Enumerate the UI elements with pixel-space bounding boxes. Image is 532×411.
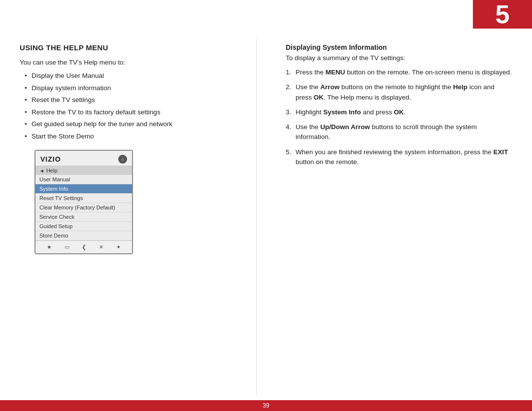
step-5: 5. When you are finished reviewing the s…	[286, 147, 512, 168]
step-5-num: 5.	[286, 147, 291, 157]
step-3-bold-sysinfo: System Info	[323, 108, 361, 116]
remote-square-btn: ▭	[65, 244, 69, 250]
tv-header: VIZIO ⌂	[35, 151, 132, 166]
page-number: 39	[263, 402, 269, 409]
chapter-number: 5	[496, 1, 510, 27]
steps-list: 1. Press the MENU button on the remote. …	[286, 68, 512, 167]
menu-item-system-info: System Info	[35, 184, 132, 194]
menu-item-user-manual: User Manual	[35, 175, 132, 184]
vizio-logo: VIZIO	[40, 155, 61, 163]
list-item: Display the User Manual	[25, 71, 251, 81]
home-symbol: ⌂	[121, 157, 124, 162]
list-item: Reset the TV settings	[25, 95, 251, 105]
main-content: USING THE HELP MENU You can use the TV's…	[0, 29, 532, 400]
step-1-num: 1.	[286, 68, 291, 77]
step-4-num: 4.	[286, 122, 291, 132]
footer-bar: 39	[0, 400, 532, 411]
remote-gear-btn: ✦	[116, 244, 121, 250]
list-item: Restore the TV to its factory default se…	[25, 107, 251, 117]
step-2-bold-arrow: Arrow	[320, 83, 339, 91]
list-item: Start the Store Demo	[25, 132, 251, 141]
step-2-text: Use the Arrow buttons on the remote to h…	[296, 83, 495, 101]
menu-header-row: ◄ Help	[35, 166, 132, 175]
step-2-bold-help: Help	[453, 83, 467, 91]
tv-mockup: VIZIO ⌂ ◄ Help User Manual System Info R…	[34, 150, 133, 254]
menu-item-clear-memory: Clear Memory (Factory Default)	[35, 203, 132, 212]
step-1: 1. Press the MENU button on the remote. …	[286, 68, 512, 77]
menu-header-label: Help	[46, 168, 58, 173]
step-2-num: 2.	[286, 82, 291, 92]
remote-star-btn: ★	[47, 244, 52, 250]
step-5-bold-exit: EXIT	[493, 148, 508, 156]
sub-intro: To display a summary of the TV settings:	[286, 54, 512, 62]
remote-bar: ★ ▭ ❮ ✕ ✦	[35, 240, 132, 253]
step-2: 2. Use the Arrow buttons on the remote t…	[286, 82, 512, 103]
home-icon: ⌂	[118, 155, 127, 164]
section-heading: USING THE HELP MENU	[20, 43, 251, 52]
remote-arrow-btn: ❮	[82, 244, 86, 250]
step-5-text: When you are finished reviewing the syst…	[296, 148, 508, 166]
menu-item-service-check: Service Check	[35, 212, 132, 222]
step-4: 4. Use the Up/Down Arrow buttons to scro…	[286, 122, 512, 142]
chapter-number-bar: 5	[473, 0, 532, 29]
step-4-text: Use the Up/Down Arrow buttons to scroll …	[296, 123, 477, 140]
step-1-text: Press the MENU button on the remote. The…	[296, 68, 512, 76]
back-arrow-icon: ◄	[39, 168, 44, 173]
remote-x-btn: ✕	[99, 244, 103, 250]
menu-item-guided-setup: Guided Setup	[35, 222, 132, 231]
intro-text: You can use the TV's Help menu to:	[20, 59, 251, 66]
sub-heading: Displaying System Information	[286, 43, 512, 51]
step-3-bold-ok: OK	[394, 108, 404, 116]
list-item: Display system information	[25, 83, 251, 93]
tv-screen: VIZIO ⌂ ◄ Help User Manual System Info R…	[34, 150, 133, 254]
menu-item-store-demo: Store Demo	[35, 231, 132, 240]
step-2-bold-ok: OK	[314, 94, 324, 101]
step-4-bold-arrow: Up/Down Arrow	[320, 123, 370, 131]
step-3-num: 3.	[286, 107, 291, 117]
list-item: Get guided setup help for the tuner and …	[25, 119, 251, 129]
step-3-text: Highlight System Info and press OK.	[296, 108, 406, 116]
left-column: USING THE HELP MENU You can use the TV's…	[20, 43, 266, 390]
step-3: 3. Highlight System Info and press OK.	[286, 107, 512, 117]
feature-list: Display the User Manual Display system i…	[25, 71, 251, 141]
step-1-bold: MENU	[326, 68, 345, 76]
right-column: Displaying System Information To display…	[276, 43, 512, 390]
menu-item-reset-tv: Reset TV Settings	[35, 194, 132, 203]
menu-container: ◄ Help User Manual System Info Reset TV …	[35, 166, 132, 240]
